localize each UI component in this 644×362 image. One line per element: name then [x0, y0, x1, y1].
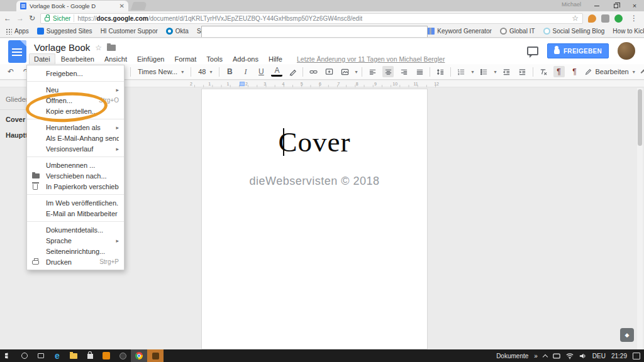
font-size-select[interactable]: 48▾ — [196, 68, 214, 75]
extension-icon-orange[interactable] — [588, 14, 596, 23]
dark-app-button[interactable] — [114, 349, 131, 362]
share-button[interactable]: FREIGEBEN — [547, 43, 609, 58]
menu-addons[interactable]: Add-ons — [228, 54, 263, 64]
star-document-icon[interactable]: ☆ — [95, 43, 102, 52]
menu-item-im-web-veroeffentlichen[interactable]: Im Web veröffentlichen... — [27, 197, 124, 208]
align-justify-icon[interactable] — [414, 66, 425, 77]
chevron-down-icon[interactable]: ▾ — [355, 69, 357, 75]
menu-item-seiteneinrichtung[interactable]: Seiteneinrichtung... — [27, 246, 124, 256]
tray-overflow-icon[interactable]: » — [534, 353, 538, 359]
menu-tools[interactable]: Tools — [202, 54, 227, 64]
undo-icon[interactable]: ↶ — [5, 66, 16, 77]
insert-image-icon[interactable] — [339, 66, 350, 77]
highlight-pen-icon[interactable] — [287, 66, 298, 77]
menu-item-umbenennen[interactable]: Umbenennen ... — [27, 160, 124, 170]
indent-marker[interactable] — [240, 82, 245, 86]
restore-button[interactable] — [606, 0, 625, 11]
back-icon[interactable]: ← — [4, 14, 11, 22]
page-heading[interactable]: Cover — [202, 126, 427, 158]
menu-item-als-email-anhang[interactable]: Als E-Mail-Anhang senden... — [27, 133, 124, 143]
menu-format[interactable]: Format — [170, 54, 201, 64]
paragraph-marks-icon[interactable]: ¶ — [553, 66, 565, 77]
menu-einfuegen[interactable]: Einfügen — [133, 54, 169, 64]
menu-item-drucken[interactable]: DruckenStrg+P — [27, 256, 124, 267]
close-button[interactable]: × — [625, 0, 644, 11]
comments-icon[interactable] — [527, 47, 538, 55]
forward-icon[interactable]: → — [16, 14, 24, 22]
collapse-toolbar-icon[interactable] — [640, 70, 644, 76]
clock[interactable]: 21:29 — [611, 353, 627, 359]
orange-app-button[interactable] — [98, 349, 114, 362]
docs-app-icon[interactable] — [8, 40, 26, 63]
menu-item-email-an-mitbearbeiter[interactable]: E-Mail an Mitbearbeiter senden... — [27, 208, 124, 219]
bookmark-social-selling-blog[interactable]: Social Selling Blog — [543, 28, 605, 35]
menu-datei[interactable]: Datei — [29, 53, 55, 65]
speaker-icon[interactable] — [579, 353, 587, 359]
wifi-icon[interactable] — [566, 353, 574, 359]
tab-close-icon[interactable]: ✕ — [119, 3, 125, 9]
increase-indent-icon[interactable] — [517, 66, 528, 77]
new-tab-button[interactable] — [131, 2, 147, 10]
paragraph-direction-icon[interactable]: ¶ — [569, 66, 580, 77]
ime-icon[interactable] — [553, 353, 560, 359]
edge-button[interactable]: e — [49, 349, 65, 362]
bookmark-okta[interactable]: Okta — [166, 28, 189, 35]
capture-app-button[interactable] — [147, 349, 164, 362]
browser-menu-icon[interactable]: ⋮ — [628, 14, 640, 23]
bookmark-star-icon[interactable]: ☆ — [572, 14, 579, 23]
avatar[interactable] — [618, 42, 635, 60]
store-button[interactable] — [82, 349, 98, 362]
scrollbar-thumb[interactable] — [638, 89, 642, 146]
document-title[interactable]: Vorlage Book — [34, 42, 90, 53]
menu-item-freigeben[interactable]: Freigeben... — [27, 68, 124, 79]
page-subtitle[interactable]: dieWebservisten © 2018 — [202, 175, 427, 188]
line-spacing-icon[interactable] — [435, 66, 446, 77]
insert-comment-icon[interactable] — [323, 66, 335, 77]
insert-link-icon[interactable] — [308, 66, 319, 77]
numbered-list-icon[interactable] — [455, 66, 467, 77]
text-color-button[interactable]: A — [271, 67, 282, 77]
browser-tab[interactable]: Vorlage Book - Google D ✕ — [16, 1, 128, 11]
tray-app-label[interactable]: Dokumente — [496, 353, 528, 359]
task-view-button[interactable] — [33, 349, 49, 362]
menu-item-herunterladen-als[interactable]: Herunterladen als▸ — [27, 122, 124, 133]
chevron-down-icon[interactable]: ▾ — [471, 69, 474, 75]
action-center-icon[interactable] — [633, 353, 640, 359]
menu-item-dokumentdetails[interactable]: Dokumentdetails... — [27, 224, 124, 235]
bookmark-apps[interactable]: Apps — [5, 28, 29, 35]
bookmark-hi-customer-support[interactable]: HI Customer Suppor — [101, 28, 158, 35]
menu-bearbeiten[interactable]: Bearbeiten — [57, 54, 99, 64]
italic-button[interactable]: I — [240, 66, 251, 77]
editing-mode-select[interactable]: Bearbeiten ▾ — [585, 68, 635, 75]
document-page[interactable]: Cover dieWebservisten © 2018 — [201, 89, 428, 349]
menu-item-verschieben-nach[interactable]: Verschieben nach... — [27, 170, 124, 181]
align-left-icon[interactable] — [367, 66, 378, 77]
bullet-list-icon[interactable] — [478, 66, 489, 77]
font-family-select[interactable]: Times New...▾ — [135, 68, 186, 75]
scrollbar[interactable] — [637, 88, 643, 349]
refresh-icon[interactable]: ↻ — [29, 14, 35, 22]
bookmark-keyword-generator[interactable]: Keyword Generator — [428, 28, 492, 35]
start-button[interactable] — [0, 349, 16, 362]
chrome-button[interactable] — [131, 349, 147, 362]
align-right-icon[interactable] — [398, 66, 409, 77]
explore-button[interactable]: ◆ — [620, 328, 634, 342]
hidden-icons-chevron[interactable] — [543, 354, 548, 359]
file-explorer-button[interactable] — [65, 349, 82, 362]
menu-item-sprache[interactable]: Sprache▸ — [27, 235, 124, 246]
bold-button[interactable]: B — [224, 66, 235, 77]
menu-ansicht[interactable]: Ansicht — [100, 54, 131, 64]
decrease-indent-icon[interactable] — [501, 66, 513, 77]
cortana-button[interactable] — [16, 349, 33, 362]
address-bar[interactable]: Sicher https://docs.google.com/document/… — [40, 13, 583, 24]
menu-hilfe[interactable]: Hilfe — [264, 54, 287, 64]
bookmark-global-it[interactable]: Global IT — [500, 28, 535, 35]
chevron-down-icon[interactable]: ▾ — [494, 69, 496, 75]
move-folder-icon[interactable] — [107, 45, 116, 51]
extension-icon-gray[interactable] — [601, 14, 609, 23]
minimize-button[interactable] — [587, 0, 606, 11]
extension-icon-green[interactable] — [614, 14, 623, 23]
menu-item-versionsverlauf[interactable]: Versionsverlauf▸ — [27, 143, 124, 154]
clear-formatting-icon[interactable] — [538, 66, 549, 77]
menu-item-papierkorb[interactable]: In Papierkorb verschieben — [27, 181, 124, 192]
